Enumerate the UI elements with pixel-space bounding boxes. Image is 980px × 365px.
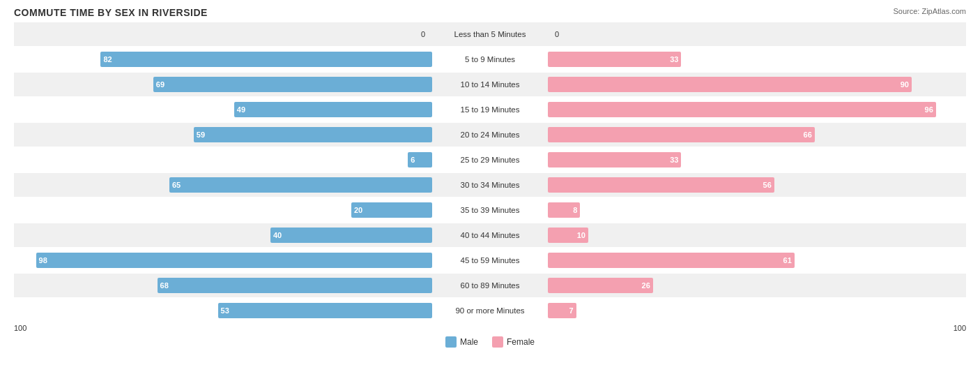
female-bar: 26: [548, 278, 653, 293]
legend-male-label: Male: [460, 337, 478, 347]
rows-area: 0Less than 5 Minutes0825 to 9 Minutes336…: [14, 22, 966, 322]
bar-row: 0Less than 5 Minutes0: [14, 22, 966, 46]
male-bar: 49: [234, 102, 432, 117]
legend-male-box: [445, 336, 457, 348]
right-section: 7: [548, 299, 966, 322]
left-section: 65: [14, 173, 432, 197]
male-bar: 98: [36, 253, 432, 268]
row-label: 90 or more Minutes: [432, 306, 548, 315]
left-section: 68: [14, 274, 432, 297]
female-value-inside: 96: [925, 105, 933, 114]
row-label: 45 to 59 Minutes: [432, 256, 548, 265]
row-label: 40 to 44 Minutes: [432, 231, 548, 239]
female-value-inside: 26: [642, 281, 650, 290]
row-label: 20 to 24 Minutes: [432, 131, 548, 139]
male-value-inside: 49: [237, 105, 245, 114]
legend-female: Female: [492, 336, 535, 348]
male-value-zero: 0: [421, 30, 425, 38]
bar-row: 5920 to 24 Minutes66: [14, 123, 966, 147]
bar-row: 2035 to 39 Minutes8: [14, 198, 966, 222]
female-bar: 33: [548, 152, 681, 167]
male-value-inside: 82: [103, 55, 112, 64]
bar-row: 625 to 29 Minutes33: [14, 148, 966, 172]
female-bar: 96: [548, 102, 936, 117]
right-section: 56: [548, 173, 966, 197]
female-bar: 10: [548, 228, 588, 243]
female-value-inside: 61: [783, 256, 792, 265]
row-label: 5 to 9 Minutes: [432, 55, 548, 64]
axis-labels: 100 100: [14, 324, 966, 332]
row-label: 25 to 29 Minutes: [432, 156, 548, 164]
right-section: 10: [548, 223, 966, 247]
left-section: 53: [14, 299, 432, 322]
male-bar: 59: [194, 127, 432, 142]
female-value-zero: 0: [555, 30, 559, 38]
female-bar: 66: [548, 127, 815, 142]
left-section: 49: [14, 98, 432, 121]
left-section: 0: [14, 22, 432, 46]
female-bar: 90: [548, 77, 912, 92]
source-text: Source: ZipAtlas.com: [893, 7, 966, 15]
male-bar: 53: [218, 303, 432, 318]
bar-row: 5390 or more Minutes7: [14, 299, 966, 322]
female-bar: 33: [548, 52, 681, 67]
female-value-inside: 8: [573, 206, 577, 214]
left-section: 98: [14, 248, 432, 272]
female-value-inside: 7: [569, 306, 573, 315]
male-value-inside: 68: [160, 281, 169, 290]
left-section: 82: [14, 47, 432, 71]
row-label: 10 to 14 Minutes: [432, 80, 548, 89]
female-value-inside: 90: [901, 80, 909, 89]
left-section: 40: [14, 223, 432, 247]
legend: Male Female: [14, 336, 966, 348]
row-label: 35 to 39 Minutes: [432, 206, 548, 214]
row-label: 60 to 89 Minutes: [432, 281, 548, 290]
chart-container: COMMUTE TIME BY SEX IN RIVERSIDE Source:…: [0, 0, 980, 365]
left-section: 6: [14, 148, 432, 172]
male-bar: 68: [158, 278, 432, 293]
male-bar: 40: [270, 228, 432, 243]
male-value-inside: 65: [172, 181, 181, 189]
right-section: 8: [548, 198, 966, 222]
female-value-inside: 33: [670, 156, 678, 164]
right-section: 90: [548, 73, 966, 96]
row-label: Less than 5 Minutes: [432, 30, 548, 38]
female-value-inside: 33: [670, 55, 678, 64]
bar-row: 4915 to 19 Minutes96: [14, 98, 966, 121]
bar-row: 4040 to 44 Minutes10: [14, 223, 966, 247]
row-label: 15 to 19 Minutes: [432, 105, 548, 114]
male-value-inside: 53: [221, 306, 229, 315]
right-section: 26: [548, 274, 966, 297]
legend-female-box: [492, 336, 503, 348]
male-value-inside: 6: [411, 156, 415, 164]
male-value-inside: 69: [156, 80, 164, 89]
female-bar: 61: [548, 253, 795, 268]
male-bar: 6: [408, 152, 432, 167]
bar-row: 9845 to 59 Minutes61: [14, 248, 966, 272]
bar-row: 6860 to 89 Minutes26: [14, 274, 966, 297]
bar-row: 825 to 9 Minutes33: [14, 47, 966, 71]
left-section: 20: [14, 198, 432, 222]
male-bar: 65: [169, 177, 432, 193]
right-section: 96: [548, 98, 966, 121]
female-value-inside: 56: [763, 181, 772, 189]
left-section: 69: [14, 73, 432, 96]
bar-row: 6530 to 34 Minutes56: [14, 173, 966, 197]
legend-male: Male: [445, 336, 478, 348]
male-value-inside: 59: [197, 131, 205, 139]
right-section: 33: [548, 47, 966, 71]
female-bar: 56: [548, 177, 774, 193]
male-value-inside: 20: [354, 206, 362, 214]
axis-label-right: 100: [546, 324, 966, 332]
right-section: 0: [548, 22, 966, 46]
male-value-inside: 40: [273, 231, 282, 239]
right-section: 61: [548, 248, 966, 272]
left-section: 59: [14, 123, 432, 147]
female-value-inside: 66: [804, 131, 812, 139]
male-bar: 20: [351, 202, 432, 218]
right-section: 66: [548, 123, 966, 147]
male-bar: 82: [100, 52, 432, 67]
male-value-inside: 98: [39, 256, 47, 265]
male-bar: 69: [153, 77, 432, 92]
female-value-inside: 10: [577, 231, 585, 239]
